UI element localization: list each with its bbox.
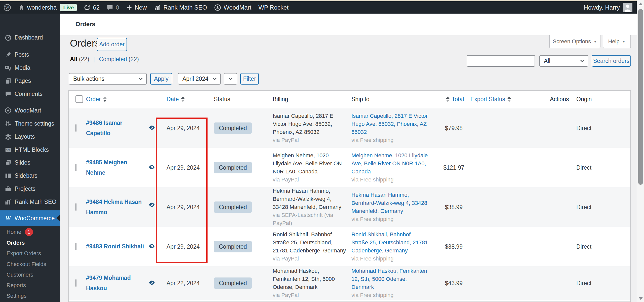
billing-cell: Meighen Nehme, 1020 Lilydale Ave, Belle … [273, 152, 348, 184]
extra-filter-select[interactable] [224, 73, 237, 85]
scroll-down-arrow-icon[interactable] [639, 297, 643, 300]
sidebar-item-dashboard[interactable]: Dashboard [0, 31, 60, 44]
status-badge: Completed [214, 162, 252, 173]
rank-math-menu[interactable]: Rank Math SEO [150, 1, 211, 14]
sidebar-item-theme-settings[interactable]: Theme settings [0, 117, 60, 130]
status-badge: Completed [214, 241, 252, 252]
woodmart-menu[interactable]: WoodMart [211, 1, 255, 14]
new-content-menu[interactable]: New [123, 1, 150, 14]
order-origin: Direct [576, 243, 591, 250]
preview-eye-icon[interactable] [148, 125, 155, 131]
billing-via: via PayPal [273, 176, 299, 183]
apply-button[interactable]: Apply [150, 73, 172, 85]
preview-eye-icon[interactable] [148, 164, 155, 171]
preview-eye-icon[interactable] [148, 243, 155, 250]
submenu-label: Orders [7, 240, 25, 246]
order-link[interactable]: #9483 Ronid Shikhali [86, 241, 144, 252]
search-category-select[interactable]: All [539, 55, 588, 67]
updates-icon [84, 4, 90, 11]
column-header-export-status[interactable]: Export Status [470, 96, 513, 103]
sidebar-item-comments[interactable]: Comments [0, 88, 60, 100]
sidebar-item-slides[interactable]: Slides [0, 156, 60, 169]
scroll-up-arrow-icon[interactable] [639, 3, 643, 5]
ship-via: via Free shipping [351, 176, 394, 183]
search-orders-button[interactable]: Search orders [592, 55, 631, 67]
sidebar: Dashboard Posts Media Pages Comments Woo… [0, 14, 60, 302]
sidebar-item-layouts[interactable]: Layouts [0, 130, 60, 143]
ship-to-link[interactable]: Meighen Nehme, 1020 Lilydale Ave, Belle … [351, 152, 428, 175]
site-menu[interactable]: wondersha Live [15, 1, 80, 14]
table-row: #9483 Ronid Shikhali Apr 29, 2024 Comple… [69, 227, 630, 266]
media-camera-icon [4, 64, 12, 71]
sliders-icon [4, 120, 12, 127]
submenu-item-home[interactable]: Home 1 [0, 227, 60, 237]
filter-button[interactable]: Filter [240, 73, 259, 85]
sidebar-item-projects[interactable]: Projects [0, 182, 60, 195]
sidebar-item-media[interactable]: Media [0, 61, 60, 74]
submenu-item-export-orders[interactable]: Export Orders [0, 248, 60, 259]
header-label: Date [167, 96, 179, 103]
preview-eye-icon[interactable] [148, 280, 155, 287]
bulk-actions-value: Bulk actions [73, 76, 104, 82]
wordpress-logo-menu[interactable]: W [0, 1, 15, 14]
sidebar-item-woocommerce[interactable]: W WooCommerce [0, 210, 60, 226]
bulk-actions-select[interactable]: Bulk actions [69, 73, 147, 85]
preview-eye-icon[interactable] [148, 202, 155, 209]
sidebar-item-pages[interactable]: Pages [0, 74, 60, 87]
add-order-button[interactable]: Add order [97, 38, 127, 51]
order-link[interactable]: #9485 Meighen Nehme [86, 157, 146, 178]
search-input[interactable] [467, 55, 535, 67]
month-filter-select[interactable]: April 2024 [178, 73, 221, 85]
row-checkbox[interactable] [75, 279, 76, 287]
wp-rocket-menu[interactable]: WP Rocket [255, 1, 292, 14]
ship-to-link[interactable]: Isamar Capetillo, 2817 E Victor Hugo Ave… [351, 113, 428, 135]
column-header-ship-to: Ship to [351, 96, 428, 103]
column-header-date[interactable]: Date [167, 96, 187, 103]
scrollbar-thumb[interactable] [638, 9, 643, 185]
row-checkbox[interactable] [75, 164, 76, 171]
status-badge: Completed [214, 122, 252, 134]
submenu-item-checkout-fields[interactable]: Checkout Fields [0, 259, 60, 270]
select-all-checkbox[interactable] [75, 95, 83, 103]
ship-to-link[interactable]: Mohamad Haskou, Femkanten 12, Sth, 5000 … [351, 268, 427, 290]
sidebar-item-woodmart[interactable]: WoodMart [0, 104, 60, 117]
order-origin: Direct [576, 280, 591, 287]
order-link[interactable]: #9484 Hekma Hasan Hammo [86, 197, 146, 217]
howdy-label: Howdy, Harry [584, 4, 620, 11]
row-checkbox[interactable] [75, 203, 76, 211]
comments-menu[interactable]: 0 [103, 1, 123, 14]
sidebar-item-sidebars[interactable]: Sidebars [0, 169, 60, 182]
ship-to-link[interactable]: Ronid Shikhali, Bahnhof Straße 25, Deuts… [351, 231, 428, 254]
screen-options-tab[interactable]: Screen Options ▼ [549, 35, 600, 48]
submenu-item-customers[interactable]: Customers [0, 270, 60, 280]
scrollbar[interactable] [637, 0, 644, 302]
view-all-link[interactable]: All [70, 56, 77, 62]
sidebar-item-rank-math[interactable]: Rank Math SEO [0, 196, 60, 208]
sidebar-item-label: Pages [15, 78, 31, 84]
row-checkbox[interactable] [75, 124, 76, 132]
row-checkbox[interactable] [75, 243, 76, 250]
notification-badge: 1 [25, 228, 33, 236]
view-completed-link[interactable]: Completed [99, 56, 127, 62]
account-menu[interactable]: Howdy, Harry [584, 1, 644, 14]
comment-bubble-icon [107, 4, 113, 11]
ship-to-link[interactable]: Hekma Hasan Hammo, Bernhard-Walzik-weg 4… [351, 192, 427, 214]
updates-menu[interactable]: 62 [80, 1, 103, 14]
billing-via: via SEPA-Lastschrift (via PayPal) [273, 212, 333, 226]
woocommerce-icon: W [4, 215, 12, 222]
order-total: $79.98 [439, 125, 469, 131]
submenu-item-reports[interactable]: Reports [0, 280, 60, 291]
help-tab[interactable]: Help ▼ [603, 35, 631, 48]
column-header-order[interactable]: Order [86, 96, 146, 103]
sidebar-item-posts[interactable]: Posts [0, 48, 60, 61]
sidebar-item-label: Projects [15, 185, 35, 192]
column-header-total[interactable]: Total [439, 96, 469, 103]
month-filter-value: April 2024 [182, 76, 209, 82]
submenu-item-settings[interactable]: Settings [0, 291, 60, 301]
order-link[interactable]: #9479 Mohamad Haskou [86, 273, 146, 294]
ship-via: via Free shipping [351, 137, 394, 143]
order-link[interactable]: #9486 Isamar Capetillo [86, 118, 146, 138]
sidebar-item-html-blocks[interactable]: </> HTML Blocks [0, 143, 60, 156]
billing-cell: Ronid Shikhali, Bahnhof Straße 25, Deuts… [273, 231, 348, 263]
submenu-item-orders[interactable]: Orders [0, 238, 60, 248]
